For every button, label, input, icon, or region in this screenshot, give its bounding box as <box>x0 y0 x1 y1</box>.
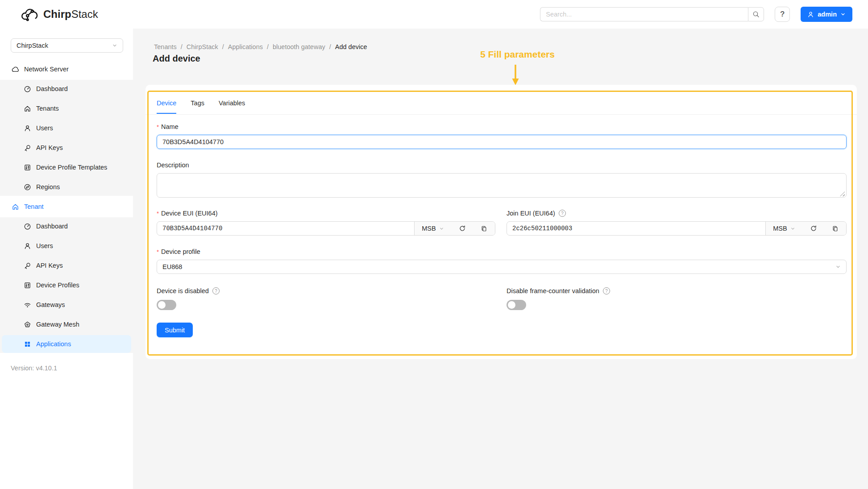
chevron-down-icon <box>439 226 444 231</box>
sidebar-item-label: Device Profile Templates <box>36 164 107 171</box>
device-profile-select[interactable]: EU868 <box>157 260 847 274</box>
search-button[interactable] <box>748 7 764 21</box>
copy-icon <box>832 225 839 232</box>
chirpstack-logo[interactable]: ChirpStack <box>21 7 98 22</box>
key-icon <box>24 262 31 269</box>
breadcrumb-tenants[interactable]: Tenants <box>154 43 177 50</box>
global-search <box>540 7 764 21</box>
sidebar-item-label: Applications <box>36 340 71 348</box>
search-input[interactable] <box>540 7 748 21</box>
name-input[interactable] <box>157 135 847 149</box>
breadcrumb-bluetooth-gateway[interactable]: bluetooth gateway <box>273 43 325 50</box>
join-eui-group: MSB <box>507 221 847 236</box>
question-circle-icon[interactable]: ? <box>559 210 566 217</box>
join-eui-copy-button[interactable] <box>824 222 846 235</box>
main-content: Tenants / ChirpStack / Applications / bl… <box>133 29 868 489</box>
breadcrumb-current: Add device <box>335 43 367 50</box>
breadcrumb-separator: / <box>267 43 269 50</box>
device-eui-generate-button[interactable] <box>451 222 473 235</box>
sidebar-item-device-profile-templates[interactable]: Device Profile Templates <box>2 158 131 176</box>
refresh-icon <box>810 225 817 232</box>
tabbar-divider <box>145 114 857 115</box>
form-tabs: Device Tags Variables <box>157 99 245 114</box>
description-textarea[interactable] <box>157 173 847 198</box>
frame-counter-toggle[interactable] <box>507 300 526 310</box>
control-icon <box>24 282 31 289</box>
breadcrumb-applications[interactable]: Applications <box>228 43 263 50</box>
sidebar-section-label: Network Server <box>24 66 69 73</box>
control-icon <box>24 164 31 171</box>
user-icon <box>24 124 31 132</box>
device-disabled-label: Device is disabled ? <box>157 287 220 294</box>
sidebar-item-tenant-api-keys[interactable]: API Keys <box>2 257 131 274</box>
required-asterisk: * <box>157 249 159 255</box>
dashboard-icon <box>24 223 31 230</box>
sidebar-item-ns-api-keys[interactable]: API Keys <box>2 139 131 157</box>
sidebar-item-device-profiles[interactable]: Device Profiles <box>2 276 131 294</box>
admin-label: admin <box>818 11 837 18</box>
sidebar-item-applications[interactable]: Applications <box>2 335 131 353</box>
submit-button[interactable]: Submit <box>157 323 193 337</box>
breadcrumb-separator: / <box>329 43 331 50</box>
app-header: ChirpStack ? admin <box>0 0 868 29</box>
device-eui-label: * Device EUI (EUI64) <box>157 210 218 217</box>
sidebar-item-label: API Keys <box>36 262 63 269</box>
name-label: * Name <box>157 123 179 130</box>
device-eui-addon: MSB <box>414 222 495 235</box>
copy-icon <box>481 225 487 232</box>
page-title: Add device <box>153 54 200 64</box>
join-eui-generate-button[interactable] <box>802 222 824 235</box>
join-eui-input[interactable] <box>507 222 765 235</box>
sidebar-item-label: Tenants <box>36 105 59 112</box>
organization-select[interactable]: ChirpStack <box>11 38 123 53</box>
device-eui-copy-button[interactable] <box>473 222 495 235</box>
sidebar-item-ns-dashboard[interactable]: Dashboard <box>2 80 131 98</box>
device-eui-byte-order-select[interactable]: MSB <box>415 222 451 235</box>
chevron-down-icon <box>840 12 846 17</box>
search-icon <box>752 11 760 18</box>
version-text: Version: v4.10.1 <box>11 365 57 372</box>
sidebar-item-tenant-dashboard[interactable]: Dashboard <box>2 217 131 235</box>
sidebar-item-gateways[interactable]: Gateways <box>2 296 131 314</box>
sidebar-item-label: Dashboard <box>36 223 68 230</box>
tab-device[interactable]: Device <box>157 99 176 114</box>
wifi-icon <box>24 301 31 309</box>
admin-menu-button[interactable]: admin <box>801 7 852 22</box>
sidebar-section-network-server[interactable]: Network Server <box>2 60 131 78</box>
tab-tags[interactable]: Tags <box>191 99 204 114</box>
sidebar-item-tenants[interactable]: Tenants <box>2 99 131 117</box>
sidebar-item-label: API Keys <box>36 144 63 151</box>
sidebar-item-tenant-users[interactable]: Users <box>2 237 131 255</box>
annotation-down-arrow <box>511 64 520 86</box>
tab-variables[interactable]: Variables <box>219 99 245 114</box>
device-eui-group: MSB <box>157 221 495 236</box>
chevron-down-icon <box>112 43 117 48</box>
sidebar-item-label: Gateway Mesh <box>36 321 79 328</box>
add-device-card: Device Tags Variables * Name Description… <box>145 85 857 359</box>
breadcrumb: Tenants / ChirpStack / Applications / bl… <box>154 43 367 50</box>
dashboard-icon <box>24 85 31 93</box>
key-icon <box>24 144 31 152</box>
join-eui-byte-order-select[interactable]: MSB <box>766 222 802 235</box>
sidebar-item-label: Gateways <box>36 301 65 308</box>
sidebar-section-label: Tenant <box>24 203 44 210</box>
sidebar: ChirpStack Network Server Dashboard Tena… <box>0 29 133 489</box>
device-disabled-toggle[interactable] <box>157 300 176 310</box>
help-button[interactable]: ? <box>775 7 790 22</box>
sidebar-item-ns-users[interactable]: Users <box>2 119 131 137</box>
sidebar-item-regions[interactable]: Regions <box>2 178 131 196</box>
device-eui-input[interactable] <box>157 222 414 235</box>
user-icon <box>807 11 814 18</box>
required-asterisk: * <box>157 210 159 217</box>
user-icon <box>24 242 31 250</box>
question-circle-icon[interactable]: ? <box>212 287 220 294</box>
sidebar-item-gateway-mesh[interactable]: Gateway Mesh <box>2 315 131 333</box>
description-label: Description <box>157 162 189 169</box>
refresh-icon <box>459 225 466 232</box>
breadcrumb-chirpstack[interactable]: ChirpStack <box>187 43 218 50</box>
join-eui-label: Join EUI (EUI64) ? <box>507 210 566 217</box>
home-icon <box>24 105 31 112</box>
question-circle-icon[interactable]: ? <box>603 287 610 294</box>
sidebar-section-tenant[interactable]: Tenant <box>2 198 131 215</box>
sidebar-item-label: Users <box>36 124 53 132</box>
